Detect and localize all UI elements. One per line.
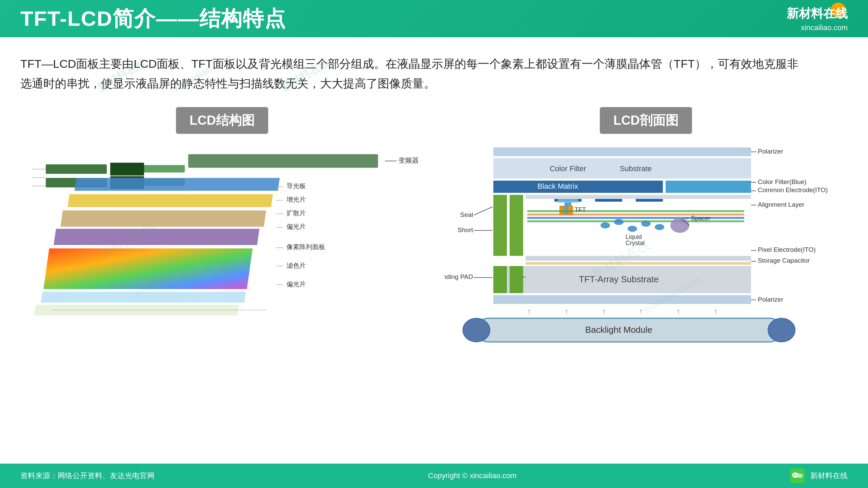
svg-point-67 xyxy=(614,219,624,225)
svg-text:Black Matrix: Black Matrix xyxy=(537,182,578,190)
svg-text:↑: ↑ xyxy=(676,307,680,316)
svg-text:Substrate: Substrate xyxy=(620,164,652,173)
svg-point-115 xyxy=(796,474,797,476)
lcd-cross-section-diagram: Polarizer Color Filter Substrate Black M… xyxy=(444,144,848,355)
svg-text:Polarizer: Polarizer xyxy=(758,296,784,303)
wechat-icon xyxy=(790,468,805,483)
svg-text:像素阵列面板: 像素阵列面板 xyxy=(287,243,325,250)
svg-text:TFT-Array Substrate: TFT-Array Substrate xyxy=(579,274,659,284)
page-title: TFT-LCD简介——结构特点 xyxy=(20,4,286,33)
svg-text:↑: ↑ xyxy=(602,307,606,316)
svg-text:TFT: TFT xyxy=(575,206,586,213)
svg-point-66 xyxy=(600,222,610,228)
svg-text:增光片: 增光片 xyxy=(286,196,306,203)
svg-point-113 xyxy=(797,474,803,478)
left-section-label: LCD结构图 xyxy=(176,107,268,134)
footer-wechat: 新材料在线 xyxy=(790,468,848,483)
header: TFT-LCD简介——结构特点 新材料在线 xincailiao.com xyxy=(0,0,868,37)
svg-rect-59 xyxy=(558,199,578,203)
svg-text:变频器: 变频器 xyxy=(398,157,419,164)
svg-rect-11 xyxy=(60,210,266,227)
svg-rect-45 xyxy=(493,181,663,193)
svg-rect-2 xyxy=(110,163,144,176)
svg-point-114 xyxy=(793,474,795,476)
logo-domain: xincailiao.com xyxy=(801,23,848,32)
right-column: LCD剖面图 Polarizer Color Filter Substrate … xyxy=(444,107,848,355)
svg-rect-10 xyxy=(68,194,273,207)
svg-rect-52 xyxy=(493,195,507,256)
svg-text:Common Electrode(ITO): Common Electrode(ITO) xyxy=(758,186,828,194)
svg-text:扩散片: 扩散片 xyxy=(287,209,306,217)
structure-svg: 变频器 xyxy=(20,144,424,341)
lcd-structure-diagram: 变频器 xyxy=(20,144,424,341)
svg-text:Storage Capacitor: Storage Capacitor xyxy=(758,257,810,264)
logo-name: 新材料在线 xyxy=(787,6,848,20)
svg-text:Color Filter(Blue): Color Filter(Blue) xyxy=(758,178,807,185)
svg-text:→: → xyxy=(520,273,527,280)
svg-point-106 xyxy=(463,318,490,342)
svg-text:Seal: Seal xyxy=(460,211,473,218)
svg-text:Backlight Module: Backlight Module xyxy=(585,325,652,335)
svg-rect-63 xyxy=(527,214,744,216)
svg-text:滤色片: 滤色片 xyxy=(287,262,306,269)
svg-rect-56 xyxy=(595,199,622,202)
svg-text:Alignment Layer: Alignment Layer xyxy=(758,201,805,208)
footer-wechat-label: 新材料在线 xyxy=(810,471,848,481)
svg-point-107 xyxy=(768,318,795,342)
svg-text:↑: ↑ xyxy=(565,307,569,316)
two-columns: LCD结构图 xyxy=(20,107,848,355)
svg-text:↑: ↑ xyxy=(527,307,531,316)
svg-rect-53 xyxy=(510,195,523,256)
main-content: TFT—LCD面板主要由LCD面板、TFT面板以及背光模组三个部分组成。在液晶显… xyxy=(0,37,868,366)
svg-point-117 xyxy=(801,475,802,476)
svg-rect-46 xyxy=(666,181,751,193)
svg-text:Liquid: Liquid xyxy=(626,233,642,240)
left-column: LCD结构图 xyxy=(20,107,424,355)
svg-text:偏光片: 偏光片 xyxy=(287,281,306,288)
svg-point-69 xyxy=(641,221,651,227)
cross-section-svg: Polarizer Color Filter Substrate Black M… xyxy=(444,144,848,354)
svg-rect-39 xyxy=(493,147,751,156)
svg-point-116 xyxy=(798,475,800,476)
logo: 新材料在线 xincailiao.com xyxy=(787,5,848,32)
svg-text:Bonding PAD: Bonding PAD xyxy=(444,273,473,280)
svg-text:Short: Short xyxy=(458,226,473,233)
svg-rect-86 xyxy=(526,262,751,265)
svg-rect-0 xyxy=(46,164,107,174)
svg-rect-64 xyxy=(527,217,744,219)
svg-text:↑: ↑ xyxy=(714,307,718,316)
footer-source: 资料来源：网络公开资料、友达光电官网 xyxy=(20,471,155,481)
right-section-label: LCD剖面图 xyxy=(600,107,692,134)
svg-rect-9 xyxy=(75,178,280,191)
footer-copyright: Copyright © xincailiao.com xyxy=(428,471,517,480)
svg-text:Polarizer: Polarizer xyxy=(758,148,784,155)
svg-rect-57 xyxy=(636,199,663,202)
svg-text:→ Spacer: → Spacer xyxy=(683,215,710,222)
svg-line-80 xyxy=(474,207,493,215)
svg-rect-96 xyxy=(493,295,751,304)
footer: 资料来源：网络公开资料、友达光电官网 Copyright © xincailia… xyxy=(0,464,868,488)
svg-text:Pixel Electrode(ITO): Pixel Electrode(ITO) xyxy=(758,246,816,253)
svg-rect-54 xyxy=(526,195,751,199)
svg-text:导光板: 导光板 xyxy=(287,182,306,189)
svg-point-70 xyxy=(655,224,664,230)
svg-text:Color Filter: Color Filter xyxy=(550,164,586,173)
svg-point-68 xyxy=(628,226,637,232)
svg-rect-62 xyxy=(527,210,744,212)
svg-text:偏光片: 偏光片 xyxy=(287,223,306,230)
svg-rect-90 xyxy=(493,266,507,293)
intro-paragraph: TFT—LCD面板主要由LCD面板、TFT面板以及背光模组三个部分组成。在液晶显… xyxy=(20,54,800,94)
svg-rect-65 xyxy=(527,220,744,222)
svg-rect-4 xyxy=(144,165,185,172)
svg-rect-6 xyxy=(188,154,378,168)
